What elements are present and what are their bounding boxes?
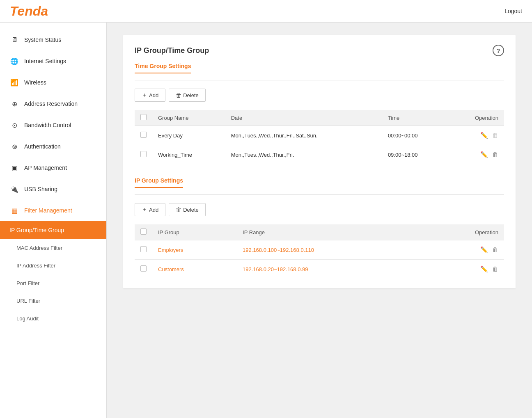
ip-group-delete-icon-1[interactable]: 🗑 (492, 265, 498, 273)
filter-management-icon: ▦ (9, 206, 19, 215)
time-group-section: Time Group Settings ＋ Add 🗑 Delete (135, 63, 504, 164)
wireless-icon: 📶 (9, 78, 19, 87)
sidebar-item-ap-management[interactable]: ▣AP Management (0, 157, 106, 178)
ip-group-row-checkbox-1[interactable] (140, 265, 147, 272)
sidebar-label-mac-address-filter: MAC Address Filter (16, 245, 62, 251)
sidebar-label-usb-sharing: USB Sharing (24, 186, 57, 192)
usb-sharing-icon: 🔌 (9, 184, 19, 194)
ip-group-col-op: Operation (425, 224, 504, 240)
time-group-delete-icon-1[interactable]: 🗑 (492, 151, 498, 158)
ip-group-delete-icon-0[interactable]: 🗑 (492, 246, 498, 254)
time-group-divider (135, 80, 504, 80)
sidebar-item-ip-group-time-group[interactable]: IP Group/Time Group (0, 221, 106, 239)
ip-group-row-range-1: 192.168.0.20~192.168.0.99 (237, 260, 425, 279)
time-group-add-button[interactable]: ＋ Add (135, 89, 165, 102)
sidebar-label-ip-group-time-group: IP Group/Time Group (9, 227, 64, 233)
sidebar-label-wireless: Wireless (24, 79, 46, 86)
ip-group-btn-group: ＋ Add 🗑 Delete (135, 203, 504, 216)
time-group-col-time: Time (382, 110, 448, 126)
sidebar-item-port-filter[interactable]: Port Filter (0, 274, 106, 292)
help-icon[interactable]: ? (493, 45, 504, 56)
sidebar-item-url-filter[interactable]: URL Filter (0, 292, 106, 310)
address-reservation-icon: ⊕ (9, 99, 19, 109)
sidebar-item-authentication[interactable]: ⊚Authentication (0, 136, 106, 157)
content-area: IP Group/Time Group ? Time Group Setting… (107, 23, 532, 418)
main-layout: 🖥System Status🌐Internet Settings📶Wireles… (0, 23, 532, 418)
logo: Tenda (10, 4, 48, 19)
table-row: Every Day Mon.,Tues.,Wed.,Thur.,Fri.,Sat… (135, 126, 504, 145)
sidebar-item-ip-address-filter[interactable]: IP Address Filter (0, 257, 106, 274)
add-icon: ＋ (142, 91, 147, 99)
ip-group-edit-icon-1[interactable]: ✏️ (480, 265, 488, 273)
ip-group-table: IP Group IP Range Operation Employers 19… (135, 224, 504, 279)
sidebar-item-filter-management[interactable]: ▦Filter Management (0, 200, 106, 221)
trash-icon-2: 🗑 (176, 206, 181, 213)
sidebar-item-wireless[interactable]: 📶Wireless (0, 72, 106, 93)
ip-group-tab[interactable]: IP Group Settings (135, 177, 183, 188)
time-group-row-date-0: Mon.,Tues.,Wed.,Thur.,Fri.,Sat.,Sun. (225, 126, 382, 145)
time-group-col-op: Operation (448, 110, 504, 126)
ip-group-delete-button[interactable]: 🗑 Delete (169, 203, 206, 216)
time-group-row-time-0: 00:00~00:00 (382, 126, 448, 145)
sidebar-label-system-status: System Status (24, 37, 61, 43)
time-group-row-checkbox-1[interactable] (140, 151, 147, 157)
sidebar-item-internet-settings[interactable]: 🌐Internet Settings (0, 50, 106, 72)
ip-group-col-name: IP Group (152, 224, 237, 240)
ip-group-header-check (135, 224, 152, 240)
ip-group-row-checkbox-0[interactable] (140, 246, 147, 252)
trash-icon: 🗑 (176, 92, 181, 98)
sidebar-label-authentication: Authentication (24, 143, 61, 150)
sidebar-label-filter-management: Filter Management (24, 207, 72, 214)
time-group-delete-icon-0: 🗑 (492, 132, 498, 139)
time-group-row-date-1: Mon.,Tues.,Wed.,Thur.,Fri. (225, 145, 382, 164)
ip-group-divider (135, 194, 504, 195)
time-group-edit-icon-1[interactable]: ✏️ (480, 151, 488, 158)
ip-group-header-row: IP Group IP Range Operation (135, 224, 504, 240)
sidebar-label-address-reservation: Address Reservation (24, 101, 78, 107)
content-card: IP Group/Time Group ? Time Group Setting… (123, 35, 516, 288)
time-group-col-name: Group Name (152, 110, 225, 126)
ip-group-select-all-checkbox[interactable] (140, 228, 147, 235)
ip-group-add-button[interactable]: ＋ Add (135, 203, 165, 216)
time-group-header-row: Group Name Date Time Operation (135, 110, 504, 126)
bandwidth-control-icon: ⊙ (9, 120, 19, 130)
sidebar-item-mac-address-filter[interactable]: MAC Address Filter (0, 239, 106, 257)
ip-group-edit-icon-0[interactable]: ✏️ (480, 246, 488, 254)
sidebar-item-bandwidth-control[interactable]: ⊙Bandwidth Control (0, 114, 106, 136)
time-group-delete-button[interactable]: 🗑 Delete (169, 89, 206, 102)
sidebar-item-log-audit[interactable]: Log Audit (0, 310, 106, 327)
table-row: Working_Time Mon.,Tues.,Wed.,Thur.,Fri. … (135, 145, 504, 164)
time-group-row-name-1: Working_Time (152, 145, 225, 164)
logout-button[interactable]: Logout (504, 8, 522, 14)
ip-group-col-range: IP Range (237, 224, 425, 240)
sidebar-label-ip-address-filter: IP Address Filter (16, 263, 55, 269)
authentication-icon: ⊚ (9, 142, 19, 151)
table-row: Employers 192.168.0.100~192.168.0.110 ✏️… (135, 240, 504, 260)
system-status-icon: 🖥 (9, 35, 19, 45)
ip-group-row-name-1: Customers (152, 260, 237, 279)
internet-settings-icon: 🌐 (9, 56, 19, 66)
sidebar-item-usb-sharing[interactable]: 🔌USB Sharing (0, 178, 106, 200)
ap-management-icon: ▣ (9, 163, 19, 173)
ip-group-row-name-0: Employers (152, 240, 237, 260)
time-group-row-name-0: Every Day (152, 126, 225, 145)
time-group-table: Group Name Date Time Operation Every Day… (135, 110, 504, 164)
sidebar-item-address-reservation[interactable]: ⊕Address Reservation (0, 93, 106, 114)
ip-group-section: IP Group Settings ＋ Add 🗑 Delete (135, 177, 504, 279)
time-group-row-checkbox-0[interactable] (140, 132, 147, 138)
time-group-btn-group: ＋ Add 🗑 Delete (135, 89, 504, 102)
time-group-col-date: Date (225, 110, 382, 126)
sidebar-item-system-status[interactable]: 🖥System Status (0, 29, 106, 50)
sidebar-label-port-filter: Port Filter (16, 280, 39, 286)
sidebar-label-log-audit: Log Audit (16, 315, 39, 322)
sidebar-label-ap-management: AP Management (24, 164, 67, 171)
time-group-row-time-1: 09:00~18:00 (382, 145, 448, 164)
add-icon-2: ＋ (142, 206, 147, 213)
sidebar-label-url-filter: URL Filter (16, 298, 40, 304)
time-group-edit-icon-0: ✏️ (480, 132, 488, 139)
ip-group-row-range-0: 192.168.0.100~192.168.0.110 (237, 240, 425, 260)
time-group-tab[interactable]: Time Group Settings (135, 63, 191, 73)
time-group-select-all-checkbox[interactable] (140, 114, 147, 120)
header: Tenda Logout (0, 0, 532, 23)
sidebar-label-bandwidth-control: Bandwidth Control (24, 122, 71, 128)
